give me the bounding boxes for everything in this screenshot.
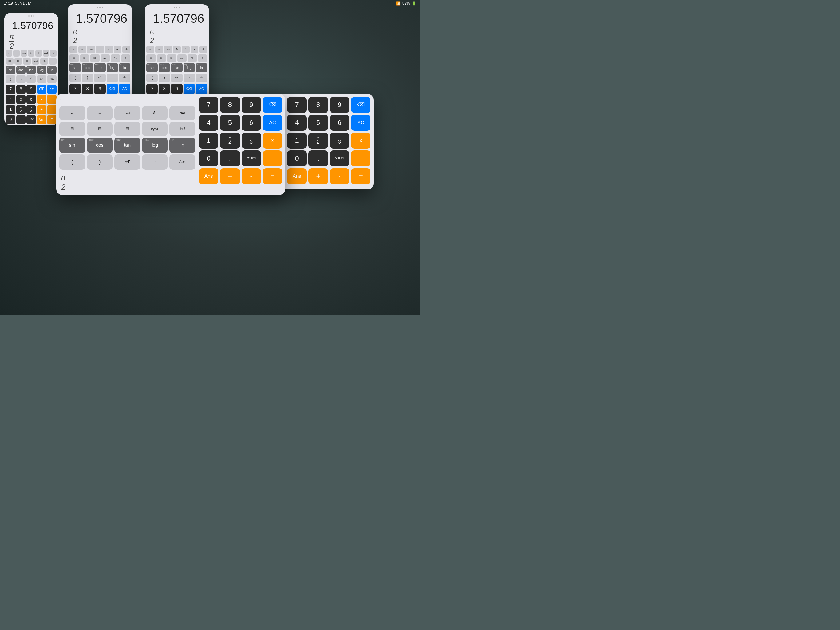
- btn-hyp-lg[interactable]: hyp+: [142, 122, 168, 136]
- btn-hyp-ml[interactable]: hyp+: [101, 54, 110, 62]
- btn-cbrt-lg[interactable]: ³√Γ: [114, 154, 140, 170]
- btn-m2-ml[interactable]: ▤: [80, 54, 90, 62]
- btn-sub-lgr[interactable]: -: [330, 168, 349, 184]
- btn-3-lgr[interactable]: π3: [330, 133, 349, 149]
- btn-swap[interactable]: -↔/: [21, 50, 27, 57]
- btn-9-lg[interactable]: 9: [242, 97, 261, 113]
- btn-9-mr[interactable]: 9: [171, 84, 182, 94]
- btn-7-lg[interactable]: 7: [199, 97, 218, 113]
- btn-lparen-small[interactable]: (: [6, 75, 15, 83]
- btn-star-mr[interactable]: ☆: [182, 46, 190, 53]
- btn-ac-small[interactable]: AC: [47, 85, 57, 94]
- btn-gear-ml[interactable]: ⚙: [122, 46, 130, 53]
- btn-6-lgr[interactable]: 6: [330, 115, 349, 131]
- btn-ln-mr[interactable]: eˣln: [196, 63, 207, 72]
- btn-eq-lgr[interactable]: =: [351, 168, 371, 184]
- btn-m1-ml[interactable]: ▤: [69, 54, 79, 62]
- btn-5-lgr[interactable]: 5: [308, 115, 328, 131]
- btn-x10-small[interactable]: x10□: [27, 115, 36, 124]
- btn-lp-lg[interactable]: (: [59, 154, 85, 170]
- btn-abs-lg[interactable]: Abs: [169, 154, 195, 170]
- btn-tan-ml[interactable]: tan⁻¹tan: [94, 63, 106, 72]
- btn-star-ml[interactable]: ☆: [105, 46, 113, 53]
- btn-sq-lg[interactable]: □²: [142, 154, 168, 170]
- btn-ln-lg[interactable]: eˣln: [169, 138, 195, 153]
- btn-timer-mr[interactable]: ⏱: [173, 46, 181, 53]
- btn-2-lgr[interactable]: e2: [308, 133, 328, 149]
- btn-back[interactable]: ←: [6, 50, 12, 57]
- btn-del-small[interactable]: ⌫: [37, 85, 46, 94]
- btn-cbrt-ml[interactable]: ³√Γ: [94, 73, 106, 82]
- btn-8-ml[interactable]: 8: [82, 84, 93, 94]
- btn-timer-lg[interactable]: ⏱: [142, 106, 168, 120]
- btn-div-lg[interactable]: ÷: [263, 150, 282, 166]
- btn-ln-small[interactable]: eˣln: [47, 66, 57, 74]
- btn-0-lgr[interactable]: 0: [287, 150, 306, 166]
- btn-1-lg[interactable]: 1: [199, 133, 218, 149]
- btn-swap-ml[interactable]: -↔/: [87, 46, 95, 53]
- btn-sub-lg[interactable]: -: [242, 168, 261, 184]
- btn-pct-lg[interactable]: % !: [169, 122, 195, 136]
- btn-1-small[interactable]: 1: [6, 105, 15, 114]
- btn-fwd-mr[interactable]: →: [155, 46, 163, 53]
- btn-mem2[interactable]: ▤: [14, 58, 22, 65]
- btn-9-ml[interactable]: 9: [94, 84, 106, 94]
- btn-dot-lgr[interactable]: .: [308, 150, 328, 166]
- btn-mem3[interactable]: ▤: [23, 58, 31, 65]
- btn-m2-lg[interactable]: ▤: [87, 122, 113, 136]
- btn-ac-ml[interactable]: AC: [119, 84, 130, 94]
- btn-m2-mr[interactable]: ▤: [157, 54, 166, 62]
- btn-rparen-small[interactable]: ): [16, 75, 26, 83]
- btn-9-lgr[interactable]: 9: [330, 97, 349, 113]
- btn-sin-small[interactable]: sin⁻¹sin: [6, 66, 15, 74]
- btn-eq-lg[interactable]: =: [263, 168, 282, 184]
- btn-dot-small[interactable]: .: [16, 115, 26, 124]
- btn-ans-small[interactable]: Ans: [37, 115, 46, 124]
- btn-lp-ml[interactable]: (: [69, 73, 81, 82]
- btn-8-small[interactable]: 8: [16, 85, 26, 94]
- btn-7-small[interactable]: 7: [6, 85, 15, 94]
- btn-m3-ml[interactable]: ▤: [90, 54, 99, 62]
- btn-5-lg[interactable]: 5: [220, 115, 240, 131]
- btn-add-lg[interactable]: +: [220, 168, 240, 184]
- btn-ans-lg[interactable]: Ans: [199, 168, 218, 184]
- btn-log-small[interactable]: log□log: [37, 66, 46, 74]
- btn-ac-lgr[interactable]: AC: [351, 115, 371, 131]
- btn-ac-mr[interactable]: AC: [196, 84, 207, 94]
- btn-abs-ml[interactable]: Abs: [119, 73, 130, 82]
- btn-tan-mr[interactable]: tan⁻¹tan: [171, 63, 182, 72]
- btn-add-lgr[interactable]: +: [308, 168, 328, 184]
- btn-tan-lg[interactable]: tan⁻¹tan: [114, 138, 140, 153]
- btn-del-ml[interactable]: ⌫: [107, 84, 118, 94]
- btn-div-lgr[interactable]: ÷: [351, 150, 371, 166]
- btn-rp-ml[interactable]: ): [82, 73, 93, 82]
- btn-del-lg[interactable]: ⌫: [263, 97, 282, 113]
- btn-ln-ml[interactable]: eˣln: [119, 63, 130, 72]
- btn-sq-ml[interactable]: □²: [107, 73, 118, 82]
- btn-cbrt-mr[interactable]: ³√Γ: [171, 73, 182, 82]
- btn-abs-mr[interactable]: Abs: [196, 73, 207, 82]
- btn-add-small[interactable]: +: [37, 105, 46, 114]
- btn-m3-mr[interactable]: ▤: [167, 54, 177, 62]
- btn-8-mr[interactable]: 8: [159, 84, 170, 94]
- btn-cbrt-small[interactable]: ³√Γ: [27, 75, 36, 83]
- btn-8-lg[interactable]: 8: [220, 97, 240, 113]
- btn-3-small[interactable]: π3: [27, 105, 36, 114]
- btn-7-lgr[interactable]: 7: [287, 97, 306, 113]
- btn-fwd-lg[interactable]: →: [87, 106, 113, 120]
- btn-sin-ml[interactable]: sin⁻¹sin: [69, 63, 81, 72]
- btn-gear-mr[interactable]: ⚙: [199, 46, 207, 53]
- btn-ac-lg[interactable]: AC: [263, 115, 282, 131]
- btn-rad[interactable]: rad: [43, 50, 49, 57]
- btn-hyp[interactable]: hyp+: [32, 58, 39, 65]
- btn-6-lg[interactable]: 6: [242, 115, 261, 131]
- btn-cos-small[interactable]: cos⁻¹cos: [16, 66, 26, 74]
- btn-pct[interactable]: %: [40, 58, 48, 65]
- btn-star[interactable]: ☆: [35, 50, 42, 57]
- btn-rad-mr[interactable]: rad: [191, 46, 199, 53]
- btn-m1-lg[interactable]: ▤: [59, 122, 85, 136]
- btn-del-lgr[interactable]: ⌫: [351, 97, 371, 113]
- btn-fwd[interactable]: →: [13, 50, 20, 57]
- btn-fwd-ml[interactable]: →: [78, 46, 87, 53]
- btn-3-lg[interactable]: π3: [242, 133, 261, 149]
